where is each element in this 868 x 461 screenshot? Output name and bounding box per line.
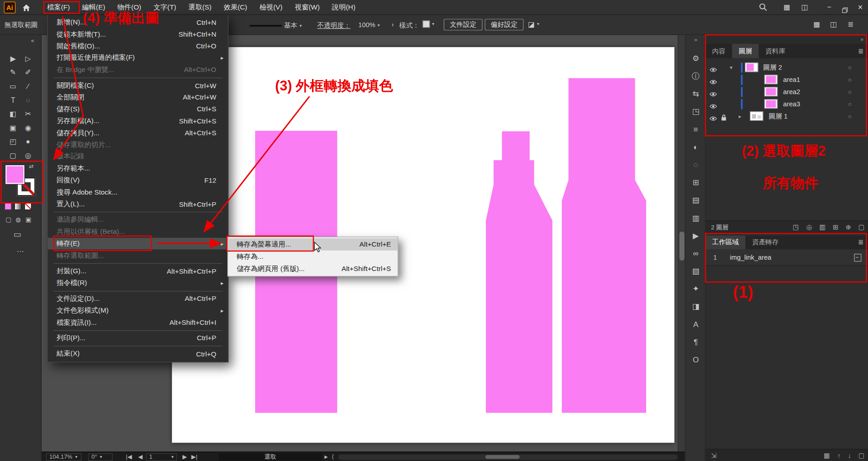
style-dropdown[interactable]: ▾ [422, 20, 434, 28]
rotation-dropdown[interactable]: 0°▾ [88, 453, 113, 461]
symbols-icon[interactable]: ⊞ [686, 173, 706, 191]
selection-options-dropdown[interactable]: ◪▾ [528, 20, 539, 28]
file-menu-item[interactable]: 結束(X) Ctrl+Q [48, 348, 228, 360]
file-menu-item[interactable]: 封裝(G)... Alt+Shift+Ctrl+P [48, 265, 228, 277]
draw-normal-icon[interactable]: ▢ [5, 216, 11, 223]
transform-icon[interactable]: ⇆ [686, 85, 706, 102]
expand-layer-icon[interactable]: ▾ [730, 62, 733, 74]
gradient-mode-icon[interactable] [14, 203, 22, 210]
screen-mode-icon[interactable]: ▭ [13, 229, 21, 239]
object-thumbnail[interactable] [764, 99, 777, 109]
expand-layer-icon[interactable]: ▸ [739, 110, 742, 123]
target-circle-icon[interactable]: ○ [848, 98, 852, 110]
locate-object-icon[interactable]: ◎ [806, 223, 812, 231]
file-menu-item[interactable]: 儲存選取的切片... [48, 139, 228, 151]
file-menu-item[interactable]: 儲存拷貝(Y)... Alt+Ctrl+S [48, 127, 228, 139]
selection-tool[interactable]: ▶ [5, 52, 20, 66]
horizontal-scrollbar[interactable] [338, 454, 678, 460]
align-icon[interactable]: ≡ [686, 120, 706, 138]
file-menu-item[interactable]: 轉存選取範圍... [48, 250, 228, 261]
scissors-tool[interactable]: ✂ [20, 107, 35, 121]
layer-row-area2[interactable]: area2 ○ [705, 86, 868, 98]
object-thumbnail[interactable] [764, 87, 777, 96]
file-menu-item[interactable]: 新增(N)... Ctrl+N [48, 17, 228, 29]
search-icon[interactable] [759, 3, 767, 13]
workspace-switcher-icon[interactable]: ◫ [801, 3, 808, 11]
magenta-large-bottle-shape[interactable] [562, 78, 646, 413]
layer-row-area1[interactable]: area1 ○ [705, 74, 868, 86]
make-mask-icon[interactable]: ▥ [819, 223, 825, 231]
none-mode-icon[interactable] [24, 203, 32, 210]
menubar-item[interactable]: 文字(T) [147, 0, 182, 15]
file-menu-item[interactable]: 指令檔(R) ▸ [48, 277, 228, 289]
home-icon[interactable] [22, 4, 30, 14]
rectangle-tool[interactable]: ▭ [5, 79, 20, 93]
object-name[interactable]: area1 [783, 74, 801, 86]
file-menu-item[interactable]: 文件設定(D)... Alt+Ctrl+P [48, 293, 228, 304]
menubar-item[interactable]: 物件(O) [111, 0, 148, 15]
file-menu-item[interactable]: 轉存(E) ▸ [48, 238, 228, 250]
file-menu-item[interactable]: 回復(V) F12 [48, 175, 228, 186]
panel-menu-icon[interactable]: ≣ [854, 44, 868, 58]
pathfinder-icon[interactable]: ◳ [686, 103, 706, 120]
tab-layers[interactable]: 圖層 [732, 44, 759, 58]
paragraph-icon[interactable]: ¶ [686, 333, 706, 351]
move-down-icon[interactable]: ↓ [848, 451, 851, 459]
file-menu-item[interactable]: 在 Bridge 中瀏覽... Alt+Ctrl+O [48, 64, 228, 76]
panel-menu-icon[interactable]: ≣ [848, 20, 854, 28]
artboard-number-dropdown[interactable]: 1▾ [146, 453, 177, 461]
preferences-button[interactable]: 偏好設定 [485, 19, 524, 31]
minimize-icon[interactable]: − [821, 0, 837, 15]
graphic-styles-icon[interactable]: ▤ [686, 191, 706, 209]
close-icon[interactable]: × [853, 0, 868, 15]
target-circle-icon[interactable]: ○ [848, 74, 852, 86]
file-menu-item[interactable]: 關閉檔案(C) Ctrl+W [48, 80, 228, 91]
export-submenu-item[interactable]: 轉存為螢幕適用... Alt+Ctrl+E [228, 238, 398, 251]
swatches-icon[interactable]: ▧ [686, 262, 706, 280]
links-icon[interactable]: ∞ [686, 244, 706, 262]
prev-artboard-icon[interactable]: ◀ [138, 452, 143, 461]
file-menu-item[interactable]: 版本記錄 [48, 151, 228, 163]
file-menu-item[interactable]: 搜尋 Adobe Stock... [48, 186, 228, 198]
document-setup-button[interactable]: 文件設定 [444, 19, 483, 31]
grid-options-icon[interactable]: ▦ [824, 451, 830, 459]
layer-row-layer1[interactable]: ▸ 圖層 1 ○ [705, 110, 868, 123]
tab-asset-export[interactable]: 資產轉存 [745, 236, 785, 250]
delete-layer-icon[interactable]: ▢ [858, 223, 865, 231]
scale-tool[interactable]: ▣ [5, 121, 20, 135]
curvature-tool[interactable]: ✐ [20, 66, 35, 80]
expand-panels-icon[interactable]: » [686, 37, 706, 43]
panel-menu-icon[interactable]: ≣ [854, 236, 868, 250]
menubar-item[interactable]: 視窗(W) [288, 0, 326, 15]
menubar-item[interactable]: 檔案(F) [41, 0, 76, 15]
horizontal-scrollbar-thumb[interactable] [485, 455, 520, 459]
last-artboard-icon[interactable]: ▶| [192, 452, 197, 461]
tab-libraries[interactable]: 資料庫 [759, 44, 792, 58]
info-icon[interactable]: ⓘ [686, 67, 706, 85]
magenta-small-bottle-shape[interactable] [486, 131, 552, 413]
arrange-documents-icon[interactable]: ▦ [783, 3, 790, 11]
collapse-panel-icon[interactable]: « [31, 38, 34, 43]
vertical-scrollbar-thumb[interactable] [680, 232, 685, 261]
draw-behind-icon[interactable]: ◍ [15, 216, 21, 223]
artboard-name[interactable]: img_link_area [730, 249, 772, 266]
opacity-label[interactable]: 不透明度： [317, 21, 350, 31]
direct-selection-tool[interactable]: ▷ [20, 52, 35, 66]
draw-inside-icon[interactable]: ▣ [25, 216, 31, 223]
target-circle-icon[interactable]: ○ [848, 110, 852, 123]
layer-thumbnail[interactable] [750, 111, 763, 121]
shape-builder-tool[interactable]: ◰ [5, 135, 20, 149]
target-circle-icon[interactable]: ○ [848, 62, 852, 74]
export-submenu-item[interactable]: 轉存為... [228, 251, 398, 263]
type-tool[interactable]: T [5, 93, 20, 107]
object-name[interactable]: area2 [783, 86, 801, 98]
new-layer-icon[interactable]: ⊕ [845, 223, 851, 231]
lock-icon[interactable] [721, 113, 726, 123]
menubar-item[interactable]: 編輯(E) [76, 0, 111, 15]
eyedropper-tool[interactable]: ◉ [20, 121, 35, 135]
file-menu-item[interactable]: 開啟舊檔(O)... Ctrl+O [48, 40, 228, 52]
grid-view-icon[interactable]: ▦ [814, 20, 820, 28]
target-circle-icon[interactable]: ○ [848, 86, 852, 98]
artboard-tool[interactable]: ▢ [5, 148, 20, 162]
zoom-dropdown[interactable]: 104.17%▾ [46, 453, 82, 461]
